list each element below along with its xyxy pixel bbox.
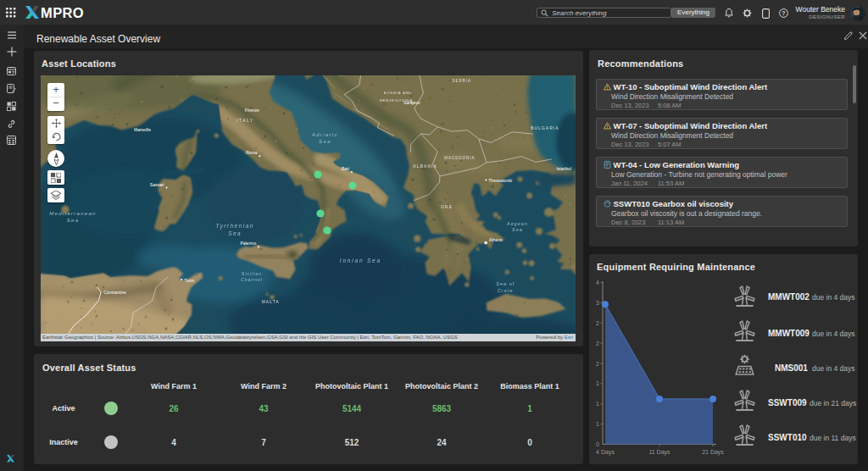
svg-text:Adriatic: Adriatic	[311, 132, 338, 137]
svg-text:BULGARIA: BULGARIA	[531, 126, 559, 130]
svg-text:BOSNIA AND: BOSNIA AND	[384, 91, 412, 95]
svg-text:Aegean: Aegean	[506, 221, 528, 226]
svg-text:Sea: Sea	[67, 217, 80, 223]
svg-text:1: 1	[596, 421, 599, 427]
svg-text:1: 1	[596, 401, 599, 407]
svg-text:Tyrrhenian: Tyrrhenian	[215, 223, 254, 230]
svg-text:4 Days: 4 Days	[596, 449, 615, 456]
svg-text:MALTA: MALTA	[262, 300, 280, 304]
svg-text:Sarajevo: Sarajevo	[403, 100, 420, 105]
svg-text:Istanbul: Istanbul	[556, 166, 571, 171]
svg-text:1: 1	[596, 380, 599, 386]
svg-text:Mediterranean: Mediterranean	[49, 210, 97, 216]
svg-text:4: 4	[596, 280, 599, 285]
svg-text:ITALY: ITALY	[236, 118, 254, 123]
svg-text:Constantine: Constantine	[103, 290, 126, 295]
svg-text:21 Days: 21 Days	[702, 449, 724, 456]
svg-text:Sea of: Sea of	[496, 281, 515, 286]
svg-text:Palermo: Palermo	[240, 241, 256, 246]
svg-text:Sea: Sea	[228, 230, 242, 236]
svg-text:Roma: Roma	[246, 150, 258, 155]
svg-text:Channel: Channel	[241, 277, 263, 282]
svg-text:2: 2	[596, 341, 599, 346]
svg-text:Firenze: Firenze	[245, 108, 259, 113]
svg-text:Crete: Crete	[498, 288, 513, 293]
svg-text:GRE: GRE	[441, 205, 453, 209]
svg-text:Bari: Bari	[342, 166, 349, 171]
svg-text:Sea: Sea	[512, 227, 523, 232]
svg-text:SERBIA: SERBIA	[453, 79, 472, 83]
svg-text:MPRO: MPRO	[41, 6, 84, 19]
svg-text:2: 2	[596, 320, 599, 326]
svg-text:0: 0	[596, 441, 599, 447]
svg-text:Sassari: Sassari	[150, 182, 164, 187]
svg-text:ALBANIA: ALBANIA	[413, 164, 437, 169]
svg-text:2: 2	[596, 361, 599, 367]
svg-text:Marseille: Marseille	[134, 127, 151, 132]
svg-text:CROATIA: CROATIA	[334, 75, 357, 76]
svg-text:MACEDONIA: MACEDONIA	[444, 156, 475, 160]
svg-text:11 Days: 11 Days	[648, 449, 670, 456]
svg-text:Sicilian: Sicilian	[242, 271, 262, 276]
svg-text:Sea: Sea	[319, 139, 331, 144]
svg-text:Ionian Sea: Ionian Sea	[340, 258, 381, 263]
svg-text:Tunis: Tunis	[184, 278, 195, 283]
svg-text:Thessaloniki: Thessaloniki	[488, 178, 512, 183]
svg-text:Athens: Athens	[489, 237, 503, 242]
svg-text:3: 3	[596, 300, 599, 306]
